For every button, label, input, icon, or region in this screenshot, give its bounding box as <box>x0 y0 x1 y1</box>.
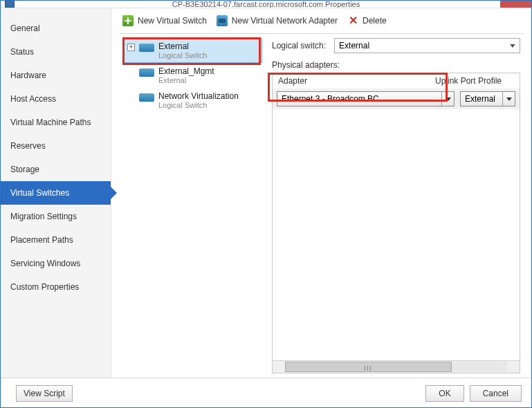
sidebar: General Status Hardware Host Access Virt… <box>1 8 111 378</box>
sidebar-item-vm-paths[interactable]: Virtual Machine Paths <box>1 111 111 134</box>
horizontal-scrollbar[interactable]: ||| <box>273 360 520 373</box>
switch-icon <box>139 44 154 52</box>
switch-icon <box>139 68 154 77</box>
tree-item-title: Network Virtualization <box>158 91 239 101</box>
tree-item-external-mgmt[interactable]: External_Mgmt External <box>122 63 262 88</box>
logical-switch-row: Logical switch: External <box>272 38 520 53</box>
properties-window: CP-B3E30214-07.farcast.corp.microsoft.co… <box>0 0 532 408</box>
chevron-down-icon[interactable] <box>441 92 454 106</box>
sidebar-item-storage[interactable]: Storage <box>1 158 111 181</box>
tree-item-sub: External <box>158 76 214 84</box>
physical-adapters-grid: Adapter Uplink Port Profile Ethernet 3 -… <box>272 73 520 373</box>
view-script-button[interactable]: View Script <box>16 385 73 402</box>
tree-item-external[interactable]: + External Logical Switch <box>122 38 262 63</box>
new-virtual-switch-button[interactable]: New Virtual Switch <box>120 14 210 28</box>
close-icon[interactable] <box>500 1 531 8</box>
logical-switch-value: External <box>339 41 369 50</box>
delete-label: Delete <box>363 16 387 26</box>
grid-header: Adapter Uplink Port Profile <box>273 73 520 89</box>
new-virtual-adapter-button[interactable]: New Virtual Network Adapter <box>214 14 340 28</box>
adapter-value: Ethernet 3 - Broadcom BC <box>282 94 379 104</box>
content-area: General Status Hardware Host Access Virt… <box>1 8 531 378</box>
physical-adapters-label: Physical adapters: <box>272 60 520 70</box>
tree-item-sub: Logical Switch <box>158 51 207 59</box>
grid-row[interactable]: Ethernet 3 - Broadcom BC External <box>273 89 520 109</box>
tree-item-network-virtualization[interactable]: Network Virtualization Logical Switch <box>122 88 262 113</box>
uplink-value: External <box>465 94 495 104</box>
cancel-button[interactable]: Cancel <box>470 385 522 402</box>
sidebar-item-hardware[interactable]: Hardware <box>1 64 111 87</box>
tree-item-title: External_Mgmt <box>158 66 214 76</box>
sidebar-item-status[interactable]: Status <box>1 40 111 64</box>
plus-icon <box>122 15 134 26</box>
switch-icon <box>139 93 154 102</box>
delete-icon: ✕ <box>347 15 358 26</box>
tree-item-title: External <box>158 41 207 51</box>
details-panel: Logical switch: External Physical adapte… <box>265 34 523 378</box>
main-panel: New Virtual Switch New Virtual Network A… <box>111 8 531 378</box>
switch-tree: + External Logical Switch External_Mgmt … <box>120 34 265 378</box>
sidebar-item-general[interactable]: General <box>1 17 111 40</box>
main-body: + External Logical Switch External_Mgmt … <box>120 33 523 378</box>
sidebar-item-placement-paths[interactable]: Placement Paths <box>1 228 111 252</box>
adapter-icon <box>217 15 228 26</box>
titlebar: CP-B3E30214-07.farcast.corp.microsoft.co… <box>1 1 531 8</box>
sidebar-item-migration[interactable]: Migration Settings <box>1 205 111 228</box>
toolbar: New Virtual Switch New Virtual Network A… <box>111 8 531 33</box>
sidebar-item-reserves[interactable]: Reserves <box>1 134 111 158</box>
delete-button[interactable]: ✕ Delete <box>345 14 389 28</box>
logical-switch-label: Logical switch: <box>272 41 326 50</box>
app-icon <box>5 1 15 8</box>
window-title: CP-B3E30214-07.farcast.corp.microsoft.co… <box>1 1 531 8</box>
new-adapter-label: New Virtual Network Adapter <box>232 16 338 26</box>
adapter-combo[interactable]: Ethernet 3 - Broadcom BC <box>277 91 455 106</box>
sidebar-item-virtual-switches[interactable]: Virtual Switches <box>1 181 111 205</box>
column-adapter[interactable]: Adapter <box>273 73 430 89</box>
chevron-down-icon[interactable] <box>502 92 515 106</box>
grid-body <box>273 109 520 360</box>
footer: View Script OK Cancel <box>1 378 531 408</box>
new-switch-label: New Virtual Switch <box>138 16 207 26</box>
tree-item-sub: Logical Switch <box>158 101 239 109</box>
column-uplink[interactable]: Uplink Port Profile <box>430 73 520 89</box>
uplink-combo[interactable]: External <box>460 91 515 106</box>
sidebar-item-servicing-windows[interactable]: Servicing Windows <box>1 252 111 275</box>
sidebar-item-host-access[interactable]: Host Access <box>1 87 111 111</box>
expand-icon[interactable]: + <box>127 44 135 51</box>
sidebar-item-custom-properties[interactable]: Custom Properties <box>1 275 111 299</box>
ok-button[interactable]: OK <box>425 385 464 402</box>
logical-switch-dropdown[interactable]: External <box>334 38 520 53</box>
